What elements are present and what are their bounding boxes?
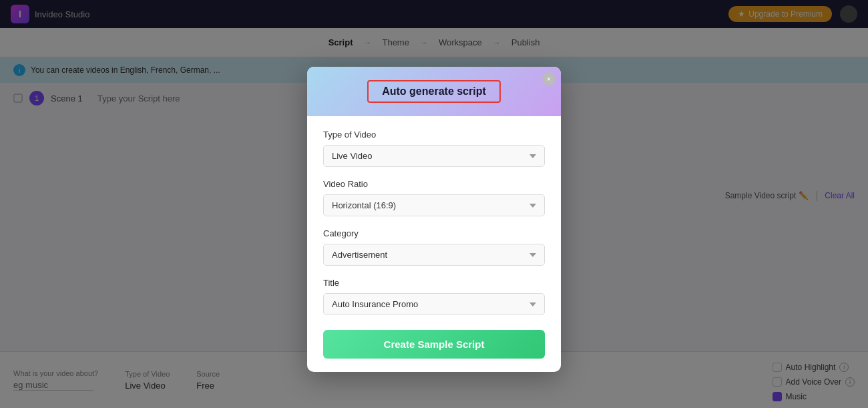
type-of-video-form-label: Type of Video — [323, 130, 545, 140]
video-ratio-select[interactable]: Horizontal (16:9) Vertical (9:16) Square… — [323, 194, 545, 216]
auto-generate-modal: Auto generate script × Type of Video Liv… — [307, 67, 561, 372]
video-ratio-form-label: Video Ratio — [323, 179, 545, 189]
title-select[interactable]: Auto Insurance Promo Product Launch Bran… — [323, 293, 545, 315]
type-of-video-select[interactable]: Live Video Animated Video Whiteboard — [323, 145, 545, 167]
category-form-label: Category — [323, 228, 545, 238]
modal-title-box: Auto generate script — [367, 80, 501, 103]
category-select[interactable]: Advertisement Education Entertainment Ma… — [323, 244, 545, 266]
modal-header: Auto generate script × — [307, 67, 561, 116]
type-of-video-group: Type of Video Live Video Animated Video … — [323, 130, 545, 167]
video-ratio-group: Video Ratio Horizontal (16:9) Vertical (… — [323, 179, 545, 216]
category-group: Category Advertisement Education Enterta… — [323, 228, 545, 266]
modal-body: Type of Video Live Video Animated Video … — [307, 116, 561, 372]
modal-close-button[interactable]: × — [542, 72, 556, 85]
title-group: Title Auto Insurance Promo Product Launc… — [323, 278, 545, 315]
modal-title: Auto generate script — [382, 85, 486, 97]
title-form-label: Title — [323, 278, 545, 288]
create-sample-script-button[interactable]: Create Sample Script — [323, 330, 545, 359]
